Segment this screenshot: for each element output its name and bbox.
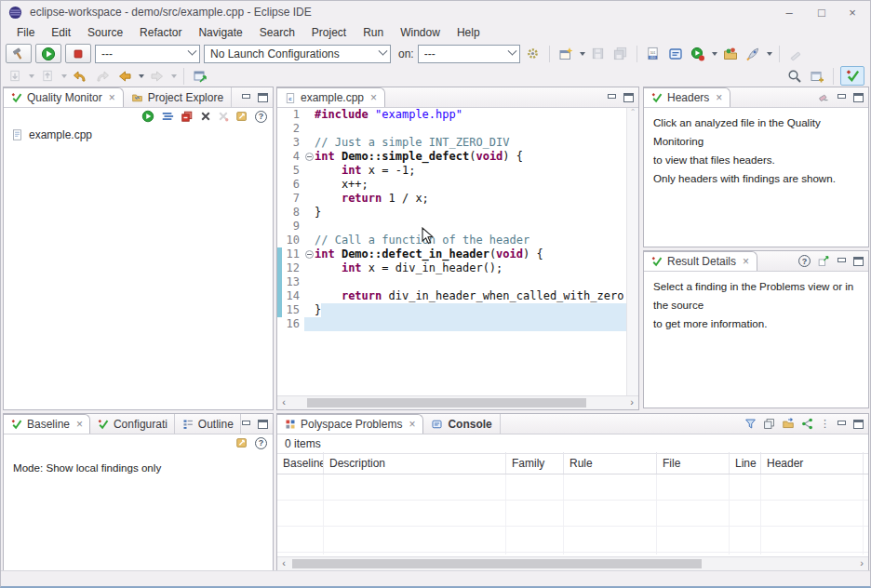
menu-search[interactable]: Search: [251, 24, 303, 41]
export-icon[interactable]: [782, 418, 795, 430]
filter-icon[interactable]: [744, 418, 757, 430]
menu-file[interactable]: File: [8, 24, 43, 41]
save-icon[interactable]: [589, 45, 608, 63]
fold-marker-icon[interactable]: [304, 247, 315, 261]
code-line-14[interactable]: 14 return div_in_header_when_called_with…: [277, 289, 638, 303]
external-tools-menu-caret[interactable]: [767, 52, 772, 56]
close-icon[interactable]: ×: [370, 91, 377, 104]
code-line-2[interactable]: 2: [277, 122, 638, 136]
column-header-description[interactable]: Description: [324, 452, 506, 474]
code-line-16[interactable]: 16: [277, 317, 638, 331]
quality-monitor-file-item[interactable]: example.cpp: [4, 125, 273, 141]
window-maximize-button[interactable]: □: [806, 1, 838, 23]
menu-project[interactable]: Project: [303, 24, 355, 41]
previous-annotation-icon[interactable]: [38, 67, 57, 86]
launch-config-combo[interactable]: No Launch Configurations: [204, 45, 391, 63]
gear-icon[interactable]: [524, 45, 543, 63]
link-with-editor-icon[interactable]: [191, 67, 209, 86]
binary-file-icon[interactable]: 010101: [644, 45, 663, 63]
menu-navigate[interactable]: Navigate: [190, 24, 250, 41]
edit-config-icon[interactable]: [235, 436, 248, 449]
window-close-button[interactable]: ×: [837, 1, 868, 23]
code-line-7[interactable]: 7 return 1 / x;: [277, 192, 638, 206]
external-tools-icon[interactable]: [744, 45, 762, 63]
window-minimize-button[interactable]: –: [773, 1, 805, 23]
edit-config-icon[interactable]: [235, 110, 248, 123]
minimize-view-icon[interactable]: [837, 420, 847, 429]
menu-source[interactable]: Source: [79, 24, 131, 41]
tab-configuration[interactable]: Configurati: [90, 414, 175, 434]
maximize-view-icon[interactable]: [623, 93, 634, 102]
code-line-5[interactable]: 5 int x = -1;: [277, 164, 638, 178]
editor-vertical-scrollbar[interactable]: ⌃: [626, 108, 638, 395]
help-icon[interactable]: ?: [255, 111, 267, 123]
minimize-view-icon[interactable]: [241, 93, 251, 102]
show-results-icon[interactable]: [161, 110, 174, 123]
next-annotation-icon[interactable]: [6, 67, 24, 86]
menu-refactor[interactable]: Refactor: [131, 24, 190, 41]
stop-button[interactable]: [65, 44, 91, 63]
close-icon[interactable]: ×: [109, 91, 115, 104]
forward-icon[interactable]: [148, 67, 167, 86]
run-history-icon[interactable]: [689, 45, 707, 63]
polyspace-perspective-button[interactable]: [840, 66, 864, 86]
help-icon[interactable]: ?: [798, 255, 811, 267]
code-line-4[interactable]: 4int Demo::simple_defect(void) {: [277, 150, 638, 164]
scroll-right-icon[interactable]: ›: [625, 396, 638, 409]
column-header-file[interactable]: File: [657, 452, 730, 474]
menu-window[interactable]: Window: [392, 24, 449, 41]
problems-horizontal-scrollbar[interactable]: ‹ ›: [277, 556, 868, 570]
console-open-icon[interactable]: [666, 45, 685, 63]
save-all-icon[interactable]: [611, 45, 630, 63]
tab-polyspace-problems[interactable]: Polyspace Problems ×: [277, 414, 423, 434]
open-perspective-icon[interactable]: [808, 67, 826, 86]
code-line-8[interactable]: 8}: [277, 206, 638, 220]
pencil-icon[interactable]: [786, 45, 805, 63]
search-icon[interactable]: [785, 67, 804, 86]
menu-run[interactable]: Run: [355, 24, 392, 41]
scrollbar-thumb[interactable]: [292, 559, 702, 568]
column-header-family[interactable]: Family: [506, 452, 564, 474]
new-wizard-icon[interactable]: [556, 45, 575, 63]
tab-headers[interactable]: Headers ×: [644, 87, 730, 107]
forward-edit-icon[interactable]: [93, 67, 112, 86]
code-line-15[interactable]: 15}: [277, 303, 638, 317]
scroll-left-icon[interactable]: ‹: [277, 557, 290, 570]
run-analysis-icon[interactable]: [141, 110, 154, 123]
code-line-9[interactable]: 9: [277, 220, 638, 234]
column-header-line[interactable]: Line: [730, 452, 761, 474]
column-header-baseline[interactable]: Baseline: [277, 452, 324, 474]
code-line-6[interactable]: 6 x++;: [277, 178, 638, 192]
minimize-view-icon[interactable]: [607, 93, 617, 102]
tab-baseline[interactable]: Baseline ×: [4, 414, 90, 434]
scrollbar-thumb[interactable]: [307, 398, 586, 408]
code-editor[interactable]: 1#include "example.hpp"23// Just a simpl…: [277, 108, 638, 395]
minimize-view-icon[interactable]: [241, 420, 251, 429]
scroll-right-icon[interactable]: ›: [855, 557, 868, 570]
build-config-combo[interactable]: ---: [95, 45, 200, 63]
next-annotation-caret[interactable]: [29, 74, 34, 78]
code-line-12[interactable]: 12 int x = div_in_header();: [277, 261, 638, 275]
menu-edit[interactable]: Edit: [43, 24, 79, 41]
minimize-view-icon[interactable]: [837, 93, 847, 102]
tab-project-explorer[interactable]: Project Explore: [124, 87, 232, 107]
remove-results-icon[interactable]: [181, 110, 194, 123]
maximize-view-icon[interactable]: [258, 93, 268, 102]
delete-all-icon[interactable]: [218, 111, 229, 122]
maximize-view-icon[interactable]: [258, 420, 268, 429]
code-line-1[interactable]: 1#include "example.hpp": [277, 108, 638, 122]
delete-icon[interactable]: [200, 111, 211, 122]
fold-marker-icon[interactable]: [304, 150, 315, 164]
tab-editor-example-cpp[interactable]: c example.cpp ×: [277, 87, 385, 107]
tab-outline[interactable]: Outline: [175, 414, 241, 434]
open-task-icon[interactable]: [721, 45, 740, 63]
copy-icon[interactable]: [763, 418, 775, 430]
previous-annotation-caret[interactable]: [61, 74, 67, 78]
forward-history-caret[interactable]: [171, 74, 177, 78]
close-icon[interactable]: ×: [76, 418, 83, 431]
code-line-3[interactable]: 3// Just a simple INT_ZERO_DIV: [277, 136, 638, 150]
menu-help[interactable]: Help: [449, 24, 489, 41]
run-history-menu-caret[interactable]: [712, 52, 717, 56]
tab-result-details[interactable]: Result Details ×: [644, 251, 757, 271]
maximize-view-icon[interactable]: [853, 93, 864, 102]
